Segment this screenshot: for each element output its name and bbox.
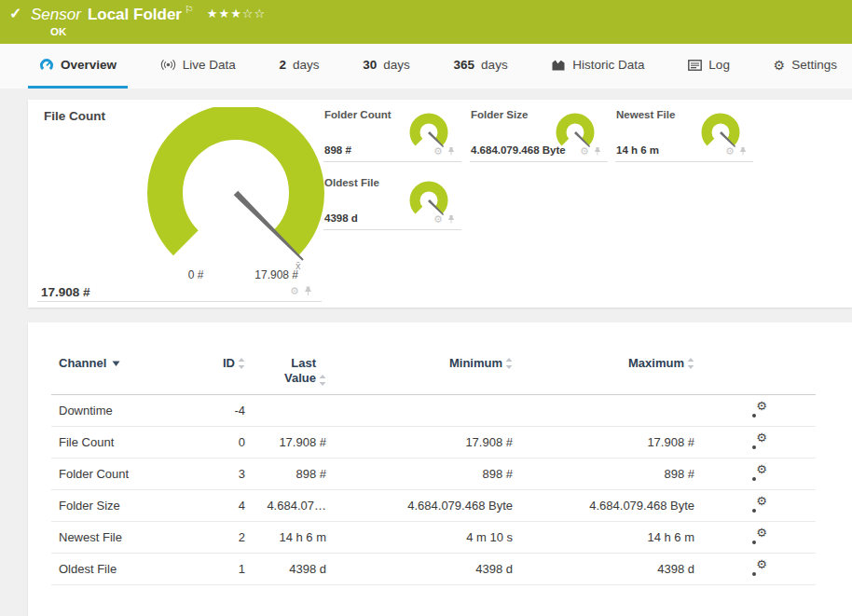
gauge-value: 4.684.079.468 Byte [471,144,566,156]
broadcast-icon [160,59,176,71]
tab-bar: Overview Live Data 2 days 30 days 365 [0,44,852,89]
page-title: Local Folder [88,6,182,23]
last-value: 898 # [245,467,326,481]
column-header-minimum[interactable]: Minimum [326,356,513,370]
sensor-overview-page: ✓ SensorLocal Folder⚐★★★☆☆ OK Overview [0,0,852,616]
table-header-row: Channel ID Last Value [51,356,816,395]
channel-settings-gear-icon[interactable]: ⚙ [752,403,767,418]
column-header-maximum[interactable]: Maximum [513,356,694,370]
tab-number: 2 [280,58,287,72]
gauge-scale-min: 0 # [177,268,214,281]
gauge-value: 4398 d [324,212,358,224]
sort-icon [505,358,513,369]
gauge-settings-gear-icon[interactable]: ⚙ [580,146,589,157]
channel-name: Folder Size [59,499,120,513]
gauge-label: Newest File [616,109,675,120]
minimum-value: 4 m 10 s [326,530,513,544]
tab-settings[interactable]: ⚙ Settings [763,44,848,89]
channel-id: 1 [208,562,245,576]
pin-icon[interactable] [739,146,747,157]
gear-icon: ⚙ [756,495,767,507]
minimum-value: 4398 d [326,562,513,576]
status-badge: OK [50,26,66,37]
gauge-value: 898 # [324,144,351,156]
gauge-value: 14 h 6 m [616,144,659,156]
gauge-label: Folder Size [471,109,528,120]
gauge-settings-gear-icon[interactable]: ⚙ [725,146,735,157]
channels-table-panel: Channel ID Last Value [28,322,852,616]
tab-live-data[interactable]: Live Data [149,44,247,89]
tab-label: days [383,58,410,72]
maximum-value: 898 # [513,467,694,481]
column-label: Channel [59,356,106,370]
tab-overview[interactable]: Overview [28,44,128,89]
last-value: 4398 d [245,562,326,576]
channel-settings-gear-icon[interactable]: ⚙ [752,466,767,481]
gauge-label: File Count [44,109,105,123]
tab-historic-data[interactable]: Historic Data [540,44,655,89]
column-header-last-value[interactable]: Last Value [245,356,326,387]
tab-log[interactable]: Log [677,44,741,89]
table-row-folder-count: Folder Count 3 898 # 898 # 898 # ⚙ [51,459,816,490]
tab-label: Live Data [183,58,236,72]
pin-icon[interactable] [447,214,455,225]
channel-settings-gear-icon[interactable]: ⚙ [752,529,767,544]
column-header-channel[interactable]: Channel [51,356,208,370]
channel-settings-gear-icon[interactable]: ⚙ [752,498,767,513]
primary-gauge-file-count: File Count x̄ 0 # 17.908 # 17.908 # ⚙ [28,100,336,308]
last-value: 14 h 6 m [245,530,326,544]
channel-name: Downtime [59,404,113,418]
last-value: 17.908 # [245,435,326,449]
gauge-dial [143,107,329,284]
pin-icon[interactable] [594,146,601,157]
gauge-label: Folder Count [324,109,392,120]
table-row-oldest-file: Oldest File 1 4398 d 4398 d 4398 d ⚙ [51,554,816,585]
table-row-folder-size: Folder Size 4 4.684.07… 4.684.079.468 By… [51,490,816,522]
column-header-id[interactable]: ID [208,356,245,370]
gauge-settings-gear-icon[interactable]: ⚙ [433,146,443,157]
tab-label: Historic Data [572,58,644,72]
sort-icon [319,375,326,386]
gauge-settings-gear-icon[interactable]: ⚙ [433,214,443,225]
tab-label: Settings [791,58,837,72]
log-list-icon [688,60,702,71]
gauges-panel: File Count x̄ 0 # 17.908 # 17.908 # ⚙ Fo… [28,100,852,308]
column-label: Minimum [449,356,502,370]
maximum-value: 14 h 6 m [513,530,694,544]
divider [37,301,322,302]
pin-icon[interactable] [304,285,312,297]
tab-365-days[interactable]: 365 days [443,44,519,89]
historic-chart-icon [551,59,566,71]
sort-icon [238,358,245,369]
gear-icon: ⚙ [756,463,767,475]
flag-icon[interactable]: ⚐ [185,4,194,15]
tab-number: 30 [363,58,377,72]
channel-settings-gear-icon[interactable]: ⚙ [752,434,767,449]
channel-settings-gear-icon[interactable]: ⚙ [752,561,767,576]
tab-number: 365 [454,58,475,72]
channel-id: 2 [208,530,245,544]
gear-icon: ⚙ [756,558,767,570]
gear-icon: ⚙ [756,527,767,539]
column-label: ID [223,356,235,370]
status-ok-check-icon: ✓ [9,5,21,22]
gear-icon: ⚙ [756,431,767,444]
tab-30-days[interactable]: 30 days [351,44,421,89]
channel-id: 3 [208,467,245,481]
sort-icon [687,358,694,369]
minimum-value: 17.908 # [326,435,513,449]
tab-2-days[interactable]: 2 days [268,44,331,89]
channel-name: File Count [59,435,114,449]
gauge-icon [39,58,54,73]
maximum-value: 4.684.079.468 Byte [513,499,694,513]
sensor-status-header: ✓ SensorLocal Folder⚐★★★☆☆ OK [0,0,852,44]
pin-icon[interactable] [447,146,455,157]
object-kind-label: Sensor [31,6,81,23]
tab-label: Log [708,58,730,72]
table-row-downtime: Downtime -4 ⚙ [51,395,816,427]
gear-icon: ⚙ [774,59,786,72]
channel-id: 0 [208,435,245,449]
channel-id: 4 [208,499,245,513]
gauge-settings-gear-icon[interactable]: ⚙ [290,286,299,296]
priority-stars[interactable]: ★★★☆☆ [207,7,266,21]
